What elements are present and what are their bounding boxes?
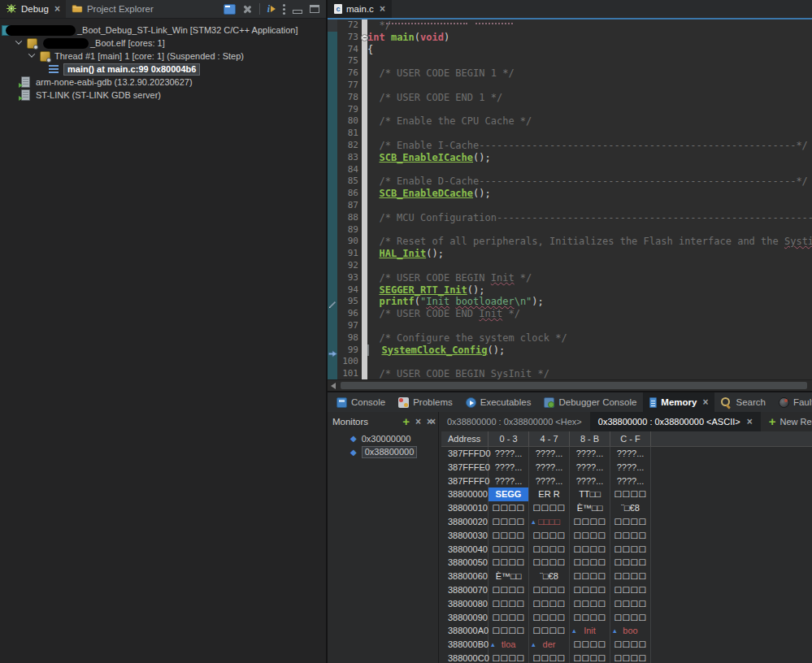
expander-chevron-icon[interactable]: [28, 50, 35, 57]
memory-cell[interactable]: □□□□: [489, 529, 529, 543]
code-line[interactable]: printf("Init bootloader\n");: [367, 296, 812, 308]
memory-address-cell[interactable]: 38800030: [441, 529, 489, 543]
monitor-item[interactable]: ◆0x30000000: [328, 431, 438, 445]
memory-cell[interactable]: □□□□: [529, 501, 570, 515]
memory-cell[interactable]: □□□□: [610, 529, 651, 543]
code-line[interactable]: [367, 200, 812, 212]
annotation-ruler[interactable]: [328, 20, 337, 380]
memory-cell[interactable]: □□□□: [529, 556, 570, 570]
memory-cell[interactable]: ▴□□□□: [529, 515, 570, 529]
code-line[interactable]: [367, 55, 812, 67]
code-line[interactable]: [367, 260, 812, 272]
code-line[interactable]: [367, 320, 812, 332]
memory-cell[interactable]: ▴der: [529, 638, 570, 652]
new-renderings-button[interactable]: +New Renderings...: [761, 417, 812, 427]
memory-cell[interactable]: ????...: [489, 474, 529, 488]
view-tab-debug[interactable]: Debug×: [0, 0, 66, 18]
memory-cell[interactable]: ????...: [610, 461, 651, 474]
minimize-icon[interactable]: [293, 10, 302, 14]
code-line[interactable]: int main(void): [367, 32, 812, 44]
view-tab-debugger-console[interactable]: Debugger Console: [537, 392, 643, 412]
memory-cell[interactable]: □□□□: [489, 501, 529, 515]
code-line[interactable]: [367, 128, 812, 140]
pin-console-icon[interactable]: [224, 4, 236, 15]
tree-item[interactable]: ST-LINK (ST-LINK GDB server): [0, 89, 326, 102]
monitor-item[interactable]: ◆0x38800000: [328, 445, 438, 459]
memory-cell[interactable]: ????...: [570, 474, 610, 488]
code-line[interactable]: /* Configure the system clock */: [367, 332, 812, 344]
memory-cell[interactable]: □□□□: [489, 556, 529, 570]
code-line[interactable]: /* USER CODE END Init */: [367, 308, 812, 320]
editor-hscrollbar[interactable]: [328, 379, 812, 391]
memory-cell[interactable]: ▴Init: [570, 624, 610, 638]
memory-cell[interactable]: □□□□: [529, 583, 570, 597]
code-line[interactable]: SystemClock_Config();: [367, 344, 812, 357]
view-menu-icon[interactable]: [283, 4, 285, 6]
tree-item[interactable]: _Boot_Debug_ST-Link_Win [STM32 C/C++ App…: [0, 24, 326, 37]
memory-address-cell[interactable]: 387FFFD0: [441, 447, 489, 461]
view-tab-project-explorer[interactable]: Project Explorer: [66, 0, 159, 18]
view-tab-executables[interactable]: Executables: [459, 392, 538, 412]
memory-cell[interactable]: □□□□: [570, 529, 610, 543]
remove-all-terminated-icon[interactable]: [243, 5, 252, 14]
code-line[interactable]: [367, 356, 812, 368]
memory-cell[interactable]: □□□□: [529, 624, 570, 638]
memory-address-cell[interactable]: 38800090: [441, 611, 489, 625]
column-header[interactable]: 8 - B: [570, 431, 610, 446]
code-line[interactable]: HAL_Init();: [367, 248, 812, 260]
code-line[interactable]: SCB_EnableICache();: [367, 152, 812, 164]
memory-cell[interactable]: □□□□: [529, 529, 570, 543]
memory-cell[interactable]: □□□□: [610, 488, 651, 501]
memory-cell[interactable]: ▴tloa: [489, 638, 529, 652]
memory-cell[interactable]: □□□□: [570, 611, 610, 625]
code-line[interactable]: [367, 224, 812, 236]
memory-cell[interactable]: TT□□: [570, 488, 610, 501]
code-line[interactable]: [367, 80, 812, 92]
instruction-pointer-icon[interactable]: [328, 346, 337, 354]
memory-address-cell[interactable]: 38800010: [441, 501, 489, 515]
memory-address-cell[interactable]: 38800000: [441, 488, 489, 501]
memory-cell[interactable]: □□□□: [489, 583, 529, 597]
memory-cell[interactable]: □□□□: [570, 638, 610, 652]
expander-chevron-icon[interactable]: [15, 37, 22, 44]
memory-cell[interactable]: □□□□: [489, 652, 529, 663]
memory-cell[interactable]: ????...: [570, 447, 610, 461]
memory-cell[interactable]: □□□□: [570, 583, 610, 597]
close-icon[interactable]: ×: [702, 396, 708, 408]
remove-monitor-icon[interactable]: ×: [415, 417, 421, 427]
memory-address-cell[interactable]: 38800050: [441, 556, 489, 570]
memory-cell[interactable]: □□□□: [570, 570, 610, 583]
code-line[interactable]: /* Enable the CPU Cache */: [367, 115, 812, 128]
memory-cell[interactable]: □□□□: [529, 543, 570, 557]
memory-cell[interactable]: □□□□: [610, 638, 651, 652]
memory-cell[interactable]: ????...: [529, 447, 570, 461]
memory-address-cell[interactable]: 388000B0: [441, 638, 489, 652]
memory-cell[interactable]: ¨□€8: [529, 570, 570, 583]
code-line[interactable]: /* USER CODE BEGIN SysInit */: [367, 368, 812, 380]
view-tab-console[interactable]: Console: [330, 392, 392, 412]
memory-cell[interactable]: □□□□: [610, 515, 651, 529]
rendering-tab[interactable]: 0x38800000 : 0x38800000 <ASCII>×: [590, 412, 761, 431]
add-monitor-icon[interactable]: +: [402, 417, 410, 427]
memory-address-cell[interactable]: 388000A0: [441, 624, 489, 638]
column-header[interactable]: 0 - 3: [489, 431, 529, 446]
code-line[interactable]: /* Enable I-Cache-----------------------…: [367, 140, 812, 152]
remove-all-monitors-icon[interactable]: ××: [427, 417, 433, 427]
memory-cell[interactable]: ????...: [570, 461, 610, 474]
memory-address-cell[interactable]: 38800020: [441, 515, 489, 529]
view-tab-problems[interactable]: Problems: [392, 392, 459, 412]
close-icon[interactable]: ×: [747, 416, 753, 427]
memory-cell[interactable]: □□□□: [610, 597, 651, 611]
memory-cell[interactable]: ????...: [610, 447, 651, 461]
scrollbar-thumb[interactable]: [341, 382, 807, 389]
memory-cell[interactable]: □□□□: [570, 543, 610, 557]
memory-cell[interactable]: □□□□: [610, 583, 651, 597]
memory-cell[interactable]: □□□□: [529, 652, 570, 663]
code-line[interactable]: [367, 164, 812, 176]
memory-cell[interactable]: □□□□: [489, 515, 529, 529]
pencil-icon[interactable]: [328, 297, 337, 306]
memory-address-cell[interactable]: 38800040: [441, 543, 489, 557]
scroll-left-icon[interactable]: [331, 383, 336, 389]
memory-cell[interactable]: □□□□: [570, 556, 610, 570]
memory-cell[interactable]: È™□□: [489, 570, 529, 583]
